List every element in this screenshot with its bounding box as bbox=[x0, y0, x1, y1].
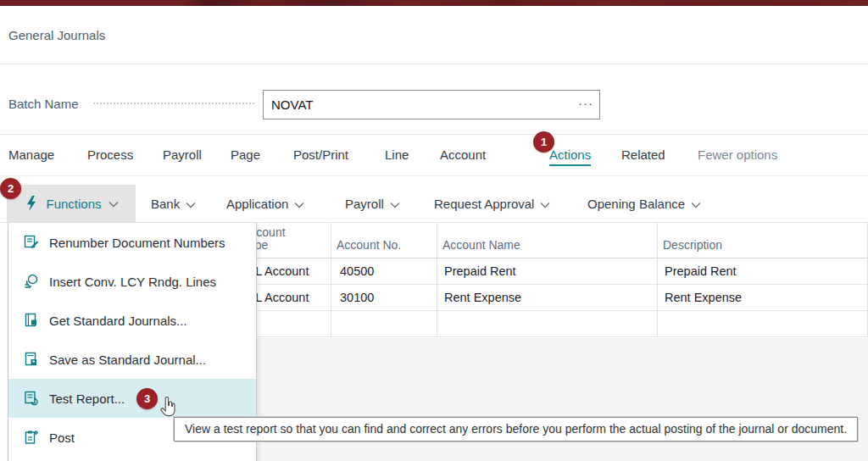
dropdown-item-test-report[interactable]: Test Report... 3 bbox=[8, 379, 256, 418]
dropdown-item-label: Test Report... bbox=[49, 392, 125, 406]
dropdown-item-get-standard-journals[interactable]: Get Standard Journals... bbox=[8, 301, 256, 340]
menu-item-related[interactable]: Related bbox=[621, 147, 665, 162]
post-icon bbox=[24, 430, 39, 445]
test-report-icon bbox=[24, 391, 39, 406]
save-standard-journal-icon bbox=[24, 352, 39, 367]
actions-toolbar: Functions Bank Application Payroll Reque… bbox=[0, 176, 868, 222]
dropdown-item-label: Insert Conv. LCY Rndg. Lines bbox=[49, 275, 216, 289]
chevron-down-icon bbox=[108, 201, 119, 208]
toolbar-item-label: Payroll bbox=[345, 197, 384, 211]
menu-item-fewer-options[interactable]: Fewer options bbox=[698, 147, 777, 162]
batch-name-field-wrap: ··· bbox=[263, 90, 600, 119]
table-cell-account-name[interactable] bbox=[437, 311, 658, 337]
batch-name-label: Batch Name bbox=[8, 97, 79, 111]
lightning-bolt-icon bbox=[24, 196, 39, 211]
dropdown-item-save-as-standard-journal[interactable]: Save as Standard Journal... bbox=[8, 340, 256, 379]
table-cell-description[interactable] bbox=[658, 311, 868, 337]
table-cell-account-no[interactable] bbox=[331, 311, 437, 337]
dropdown-item-renumber-document-numbers[interactable]: Renumber Document Numbers bbox=[8, 223, 256, 262]
table-cell-account-no[interactable]: 30100 bbox=[331, 285, 437, 311]
table-cell-description[interactable]: Rent Expense bbox=[658, 285, 868, 311]
dotted-leader bbox=[93, 103, 254, 104]
toolbar-item-opening-balance[interactable]: Opening Balance bbox=[587, 197, 701, 211]
table-cell-account-name[interactable]: Rent Expense bbox=[437, 285, 658, 311]
dropdown-item-label: Post bbox=[49, 430, 75, 445]
column-header-account-no[interactable]: Account No. bbox=[331, 223, 437, 258]
renumber-document-numbers-icon bbox=[24, 235, 39, 250]
toolbar-item-label: Bank bbox=[151, 197, 180, 211]
functions-menu-button[interactable]: Functions bbox=[7, 185, 136, 222]
batch-lookup-ellipsis-button[interactable]: ··· bbox=[578, 96, 593, 110]
divider bbox=[0, 64, 868, 64]
toolbar-item-label: Request Approval bbox=[434, 197, 534, 211]
toolbar-item-label: Opening Balance bbox=[587, 197, 685, 211]
dropdown-item-label: Save as Standard Journal... bbox=[49, 353, 206, 367]
chevron-down-icon bbox=[390, 202, 400, 208]
menu-item-payroll[interactable]: Payroll bbox=[163, 147, 202, 162]
step-badge-1: 1 bbox=[533, 131, 554, 153]
step-badge-2: 2 bbox=[0, 178, 21, 199]
step-badge-3: 3 bbox=[136, 388, 158, 409]
table-cell-account-name[interactable]: Prepaid Rent bbox=[437, 258, 658, 285]
chevron-down-icon bbox=[691, 202, 701, 208]
toolbar-item-request-approval[interactable]: Request Approval bbox=[434, 197, 550, 211]
menu-item-manage[interactable]: Manage bbox=[8, 147, 54, 162]
batch-name-input[interactable] bbox=[263, 90, 600, 119]
hand-cursor-icon bbox=[159, 397, 177, 419]
menu-item-process[interactable]: Process bbox=[87, 147, 133, 162]
chevron-down-icon bbox=[540, 202, 550, 208]
menubar: Manage Process Payroll Page Post/Print L… bbox=[0, 138, 868, 175]
insert-lcy-rounding-lines-icon bbox=[24, 274, 39, 289]
page-title: General Journals bbox=[8, 28, 105, 42]
toolbar-item-bank[interactable]: Bank bbox=[151, 197, 196, 211]
menu-item-account[interactable]: Account bbox=[440, 147, 486, 162]
table-cell-description[interactable]: Prepaid Rent bbox=[658, 258, 868, 285]
divider bbox=[0, 134, 868, 135]
business-central-general-journals-screen: General Journals Batch Name ··· Manage P… bbox=[0, 0, 868, 461]
journal-lines-table: Account Type Account No. Account Name De… bbox=[237, 223, 868, 337]
menu-item-actions[interactable]: Actions bbox=[549, 147, 591, 166]
menu-item-post-print[interactable]: Post/Print bbox=[293, 147, 348, 162]
functions-menu-label: Functions bbox=[46, 197, 101, 211]
column-header-description[interactable]: Description bbox=[658, 223, 868, 258]
chevron-down-icon bbox=[186, 202, 196, 208]
menu-item-line[interactable]: Line bbox=[385, 147, 409, 162]
dropdown-item-insert-conv-lcy-rndg-lines[interactable]: Insert Conv. LCY Rndg. Lines bbox=[8, 262, 256, 301]
page-background bbox=[212, 338, 868, 461]
chevron-down-icon bbox=[294, 202, 304, 208]
table-cell-account-no[interactable]: 40500 bbox=[331, 258, 437, 285]
dropdown-item-label: Get Standard Journals... bbox=[49, 314, 187, 328]
browser-chrome-strip bbox=[0, 0, 868, 6]
menu-item-page[interactable]: Page bbox=[231, 147, 260, 162]
test-report-tooltip: View a test report so that you can find … bbox=[174, 417, 858, 442]
dropdown-item-label: Renumber Document Numbers bbox=[49, 236, 225, 250]
toolbar-item-application[interactable]: Application bbox=[226, 197, 304, 211]
column-header-account-name[interactable]: Account Name bbox=[437, 223, 658, 258]
get-standard-journals-icon bbox=[24, 313, 39, 328]
toolbar-item-label: Application bbox=[226, 197, 288, 211]
toolbar-item-payroll[interactable]: Payroll bbox=[345, 197, 400, 211]
